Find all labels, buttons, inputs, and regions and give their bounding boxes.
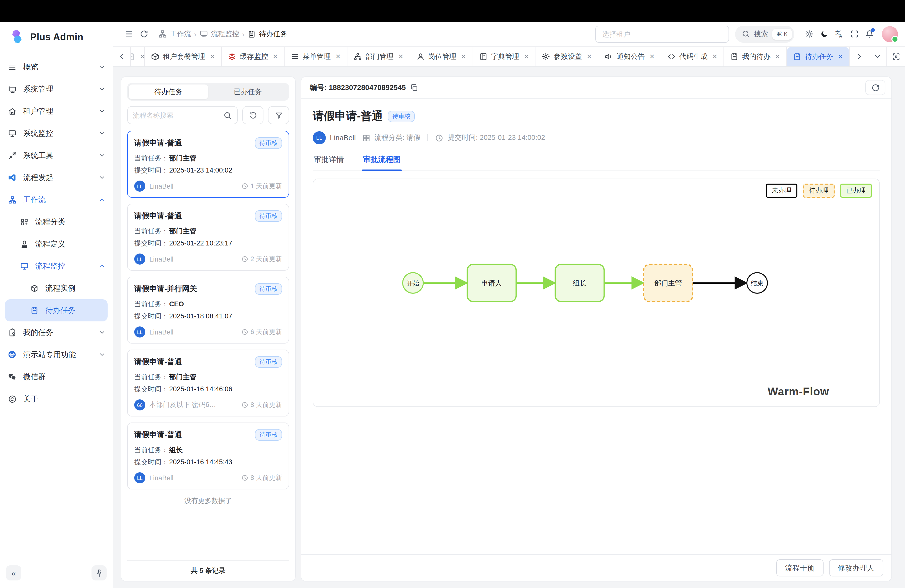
task-card[interactable]: 请假申请-普通待审核当前任务：部门主管提交时间：2025-01-23 14:00…	[127, 131, 289, 198]
task-filter-button[interactable]	[268, 106, 289, 124]
tabs-scroll-left-button[interactable]	[113, 47, 131, 67]
copy-id-button[interactable]	[410, 83, 418, 92]
sidebar-item-流程定义[interactable]: 流程定义	[0, 233, 113, 255]
task-reset-button[interactable]	[242, 106, 264, 124]
sidebar-pin-button[interactable]	[92, 565, 106, 580]
user-avatar[interactable]	[882, 26, 898, 42]
close-tab-icon[interactable]: ✕	[210, 53, 215, 60]
detail-refresh-button[interactable]	[865, 80, 885, 95]
flow-node-申请人[interactable]: 申请人	[467, 264, 516, 302]
close-tab-icon[interactable]: ✕	[712, 53, 718, 60]
settings-button[interactable]	[802, 26, 816, 41]
sidebar-toggle-button[interactable]	[121, 26, 136, 41]
sidebar-item-流程实例[interactable]: 流程实例	[0, 277, 113, 299]
close-tab-icon[interactable]: ✕	[398, 53, 404, 60]
breadcrumb-item-工作流[interactable]: 工作流	[158, 29, 191, 38]
fullscreen-button[interactable]	[847, 26, 862, 41]
language-button[interactable]: 文A	[832, 26, 847, 41]
flow-node-结束[interactable]: 结束	[747, 273, 767, 293]
page-tab-label: 参数设置	[554, 52, 582, 61]
page-tab-菜单管理[interactable]: 菜单管理✕	[284, 47, 348, 67]
close-tab-icon[interactable]: ✕	[649, 53, 655, 60]
sidebar-item-概览[interactable]: 概览	[0, 56, 113, 78]
legend-待办理: 待办理	[803, 184, 835, 198]
tenant-select[interactable]	[595, 25, 729, 43]
sidebar-item-我的任务[interactable]: 我的任务	[0, 321, 113, 343]
sidebar-item-系统管理[interactable]: 系统管理	[0, 78, 113, 100]
card-task-label: 当前任务：	[134, 298, 168, 310]
flow-node-组长[interactable]: 组长	[555, 264, 604, 302]
tabs-scroll-right-button[interactable]	[849, 47, 868, 67]
sidebar-item-系统监控[interactable]: 系统监控	[0, 122, 113, 145]
flow-node-开始[interactable]: 开始	[403, 273, 423, 293]
page-tab-label: 我的待办	[742, 52, 770, 61]
chevron-down-icon	[98, 329, 106, 336]
sidebar-item-关于[interactable]: 关于	[0, 388, 113, 410]
close-tab-icon[interactable]: ✕	[838, 53, 843, 60]
page-tab-我的待办[interactable]: 我的待办✕	[724, 47, 787, 67]
sidebar-item-待办任务[interactable]: 待办任务	[5, 299, 108, 321]
task-search-input[interactable]	[128, 111, 217, 119]
content-fullscreen-button[interactable]	[886, 47, 905, 67]
flow-diagram[interactable]: 开始申请人组长部门主管结束	[313, 179, 880, 407]
sidebar-item-流程分类[interactable]: 流程分类	[0, 211, 113, 233]
close-tab-icon[interactable]: ✕	[586, 53, 592, 60]
page-tab-租户套餐管理[interactable]: 租户套餐管理✕	[145, 47, 222, 67]
page-tab-缓存监控[interactable]: 缓存监控✕	[222, 47, 284, 67]
task-search-button[interactable]	[217, 106, 237, 124]
sidebar-collapse-button[interactable]: «	[6, 565, 21, 580]
sidebar-item-微信群[interactable]: 微信群	[0, 366, 113, 388]
submit-time: 提交时间: 2025-01-23 14:00:02	[448, 133, 545, 142]
wechat-icon	[7, 372, 17, 382]
page-tab-partial[interactable]: ✕	[131, 47, 145, 67]
flow-node-部门主管[interactable]: 部门主管	[644, 264, 692, 302]
card-owner-name: LinaBell	[149, 328, 173, 336]
tabs-menu-button[interactable]	[868, 47, 886, 67]
close-tab-icon[interactable]: ✕	[461, 53, 466, 60]
sidebar-item-租户管理[interactable]: 租户管理	[0, 100, 113, 122]
page-tab-参数设置[interactable]: 参数设置✕	[536, 47, 599, 67]
theme-toggle-button[interactable]	[816, 26, 832, 41]
refresh-page-button[interactable]	[136, 26, 151, 41]
sidebar-item-系统工具[interactable]: 系统工具	[0, 145, 113, 167]
tenant-select-input[interactable]	[601, 29, 723, 38]
page-tab-代码生成[interactable]: 代码生成✕	[661, 47, 724, 67]
sidebar-item-工作流[interactable]: 工作流	[0, 189, 113, 211]
gear-icon	[542, 52, 550, 61]
doc-icon	[248, 30, 256, 38]
detail-tab-审批详情[interactable]: 审批详情	[313, 155, 345, 170]
card-footer: LLLinaBell2 天前更新	[134, 254, 282, 265]
notifications-button[interactable]	[862, 26, 877, 41]
action-button-修改办理人[interactable]: 修改办理人	[829, 559, 883, 577]
breadcrumb-item-待办任务[interactable]: 待办任务	[248, 29, 287, 38]
task-tab-已办任务[interactable]: 已办任务	[208, 84, 287, 99]
page-tab-通知公告[interactable]: 通知公告✕	[599, 47, 661, 67]
page-tab-岗位管理[interactable]: 岗位管理✕	[410, 47, 473, 67]
card-title-row: 请假申请-普通待审核	[134, 137, 282, 149]
close-tab-icon[interactable]: ✕	[140, 53, 145, 60]
close-tab-icon[interactable]: ✕	[273, 53, 278, 60]
close-tab-icon[interactable]: ✕	[524, 53, 529, 60]
detail-tab-审批流程图[interactable]: 审批流程图	[362, 155, 402, 170]
card-submit-time: 提交时间：2025-01-22 10:23:17	[134, 237, 282, 250]
task-card[interactable]: 请假申请-并行网关待审核当前任务：CEO提交时间：2025-01-18 08:4…	[127, 277, 289, 343]
task-card[interactable]: 请假申请-普通待审核当前任务：组长提交时间：2025-01-16 14:45:4…	[127, 423, 289, 489]
sidebar-item-流程发起[interactable]: 流程发起	[0, 167, 113, 189]
card-time-label: 提交时间：	[134, 456, 168, 468]
page-tab-字典管理[interactable]: 字典管理✕	[473, 47, 536, 67]
page-tab-部门管理[interactable]: 部门管理✕	[348, 47, 410, 67]
close-tab-icon[interactable]: ✕	[335, 53, 341, 60]
close-tab-icon[interactable]: ✕	[775, 53, 780, 60]
global-search[interactable]: 搜索 ⌘ K	[735, 25, 794, 43]
task-card[interactable]: 请假申请-普通待审核当前任务：部门主管提交时间：2025-01-16 14:46…	[127, 350, 289, 416]
page-tab-待办任务[interactable]: 待办任务✕	[787, 47, 849, 67]
status-badge: 待审核	[255, 356, 282, 368]
legend-未办理: 未办理	[766, 184, 797, 198]
breadcrumb-item-流程监控[interactable]: 流程监控	[199, 29, 239, 38]
sidebar-item-流程监控[interactable]: 流程监控	[0, 255, 113, 277]
app-logo[interactable]: Plus Admin	[0, 22, 113, 51]
task-card[interactable]: 请假申请-普通待审核当前任务：部门主管提交时间：2025-01-22 10:23…	[127, 204, 289, 271]
task-tab-待办任务[interactable]: 待办任务	[129, 84, 208, 99]
sidebar-item-演示站专用功能[interactable]: 演示站专用功能	[0, 343, 113, 366]
action-button-流程干预[interactable]: 流程干预	[776, 559, 823, 577]
